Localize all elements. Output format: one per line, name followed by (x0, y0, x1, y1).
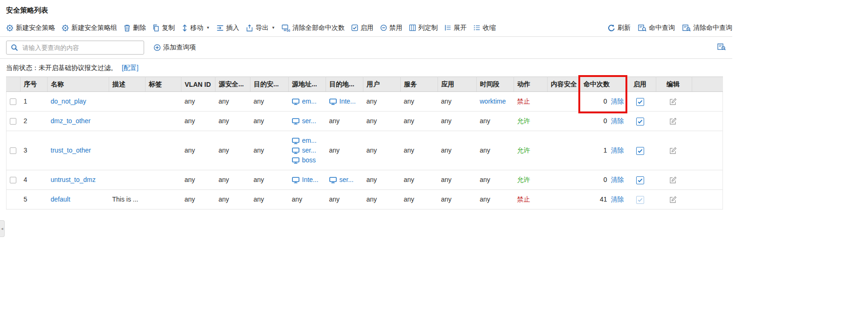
policy-name-cell: trust_to_other (48, 131, 109, 170)
policy-name-link[interactable]: dmz_to_other (51, 117, 91, 125)
schedule-cell: worktime (477, 92, 514, 112)
toolbar-hit-query-button[interactable]: 命中查询 (638, 24, 675, 32)
clear-hits-link[interactable]: 清除 (611, 176, 624, 183)
col-header-hits[interactable]: 命中次数 (580, 77, 626, 92)
col-header-name[interactable]: 名称 (48, 77, 109, 92)
edit-icon[interactable] (669, 118, 677, 125)
col-header-vlan[interactable]: VLAN ID (181, 77, 215, 92)
edit-icon[interactable] (669, 176, 677, 184)
toolbar-enable-button[interactable]: 启用 (351, 24, 374, 32)
toolbar-delete-button[interactable]: 删除 (124, 24, 146, 32)
search-icon (11, 44, 18, 51)
config-link[interactable]: [配置] (122, 64, 139, 71)
address-item[interactable]: ser... (329, 175, 361, 185)
search-box[interactable] (6, 41, 144, 55)
toolbar-collapse-button[interactable]: 收缩 (473, 24, 496, 32)
toolbar-disable-button[interactable]: 禁用 (380, 24, 403, 32)
col-header-tag[interactable]: 标签 (146, 77, 181, 92)
clear-hits-link[interactable]: 清除 (611, 147, 624, 154)
col-header-enabled[interactable]: 启用 (626, 77, 656, 92)
address-item[interactable]: Inte... (329, 97, 361, 106)
address-item[interactable]: em... (292, 136, 324, 146)
add-query-button[interactable]: 添加查询项 (153, 43, 196, 52)
clear-hits-link[interactable]: 清除 (611, 117, 624, 125)
address-item: any (329, 116, 361, 126)
col-header-dst_zone[interactable]: 目的安... (250, 77, 289, 92)
address-object-link[interactable]: ser... (302, 116, 316, 126)
col-header-app[interactable]: 应用 (438, 77, 477, 92)
address-item[interactable]: ser... (292, 116, 324, 126)
toolbar-copy-button[interactable]: 复制 (153, 24, 175, 32)
expand-icon (444, 24, 451, 31)
col-header-src_addr[interactable]: 源地址... (289, 77, 326, 92)
edit-icon[interactable] (669, 147, 677, 154)
clear-hits-link[interactable]: 清除 (611, 98, 624, 105)
toolbar-clear-all-hits-button[interactable]: 00清除全部命中次数 (282, 24, 345, 32)
row-checkbox[interactable] (10, 98, 16, 105)
col-header-content[interactable]: 内容安全 (548, 77, 580, 92)
address-item[interactable]: ser... (292, 146, 324, 155)
address-object-link[interactable]: Inte... (302, 175, 319, 185)
row-checkbox[interactable] (10, 177, 16, 183)
policy-name-link[interactable]: trust_to_other (51, 147, 91, 154)
col-header-edit[interactable]: 编辑 (656, 77, 692, 92)
enable-checkbox[interactable] (636, 176, 644, 184)
toolbar-new-policy-button[interactable]: 新建安全策略 (6, 24, 55, 32)
dst_zone-cell: any (250, 170, 289, 190)
policy-name-link[interactable]: untrust_to_dmz (51, 176, 96, 183)
col-header-action[interactable]: 动作 (514, 77, 548, 92)
schedule-value[interactable]: worktime (480, 98, 506, 105)
toolbar-insert-button[interactable]: 插入 (216, 24, 239, 32)
chevron-left-icon: ◄ (0, 227, 4, 231)
toolbar-export-button[interactable]: 导出▼ (246, 24, 275, 32)
col-header-src_zone[interactable]: 源安全... (215, 77, 250, 92)
advanced-hit-search-icon[interactable] (717, 43, 726, 52)
col-header-num[interactable]: 序号 (21, 77, 48, 92)
address-object-link[interactable]: em... (302, 97, 317, 106)
search-input[interactable] (21, 44, 139, 52)
address-object-link[interactable]: ser... (340, 175, 354, 185)
row-number: 3 (21, 131, 48, 170)
toolbar-expand-button[interactable]: 展开 (444, 24, 467, 32)
toolbar-new-policy-group-button[interactable]: 新建安全策略组 (62, 24, 117, 32)
address-item[interactable]: em... (292, 97, 324, 106)
edit-icon[interactable] (669, 196, 677, 203)
enable-checkbox[interactable] (636, 147, 644, 155)
toolbar-button-label: 新建安全策略组 (71, 24, 117, 32)
col-header-dst_addr[interactable]: 目的地... (326, 77, 363, 92)
address-item[interactable]: Inte... (292, 175, 324, 185)
toolbar-column-customize-button[interactable]: 列定制 (409, 24, 438, 32)
address-object-link[interactable]: ser... (302, 146, 316, 155)
service-cell: any (401, 190, 438, 209)
col-header-user[interactable]: 用户 (363, 77, 401, 92)
enable-checkbox[interactable] (636, 196, 644, 204)
src_zone-cell: any (215, 131, 250, 170)
col-header-schedule[interactable]: 时间段 (477, 77, 514, 92)
toolbar-move-button[interactable]: 移动▼ (181, 24, 210, 32)
schedule-value: any (480, 195, 491, 203)
address-object-link[interactable]: Inte... (340, 97, 356, 106)
address-item: any (329, 195, 361, 204)
collapse-panel-handle[interactable]: ◄ (0, 220, 5, 237)
policy-name-link[interactable]: do_not_play (51, 98, 86, 105)
address-object-link[interactable]: em... (302, 136, 317, 146)
enable-checkbox[interactable] (636, 118, 644, 126)
policy-name-link[interactable]: default (51, 195, 70, 203)
address-object-link[interactable]: boss (302, 155, 316, 165)
enable-checkbox[interactable] (636, 98, 644, 106)
toolbar-refresh-button[interactable]: 刷新 (608, 24, 631, 32)
clear-hits-link[interactable]: 清除 (611, 195, 624, 203)
row-checkbox[interactable] (10, 147, 16, 154)
col-header-desc[interactable]: 描述 (109, 77, 146, 92)
address-item[interactable]: boss (292, 155, 324, 165)
service-cell: any (401, 170, 438, 190)
edit-icon[interactable] (669, 98, 677, 105)
col-header-service[interactable]: 服务 (401, 77, 438, 92)
app-cell: any (438, 112, 477, 131)
col-header-empty (7, 77, 21, 92)
toolbar-clear-hit-query-button[interactable]: 清除命中查询 (682, 24, 732, 32)
filler-cell (692, 131, 723, 170)
row-number: 1 (21, 92, 48, 112)
action-cell: 允许 (514, 112, 548, 131)
row-checkbox[interactable] (10, 118, 16, 125)
